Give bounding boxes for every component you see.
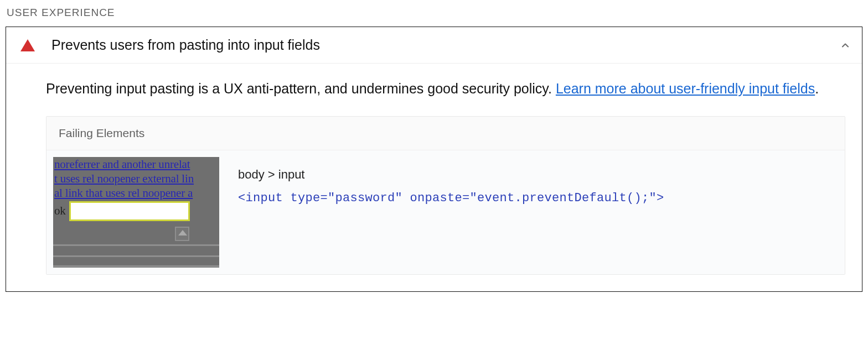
- table-row: noreferrer and another unrelat t uses re…: [46, 150, 845, 274]
- failing-elements-table: Failing Elements noreferrer and another …: [46, 116, 845, 275]
- broken-image-icon: [175, 227, 189, 241]
- description-suffix: .: [815, 81, 819, 96]
- learn-more-link[interactable]: Learn more about user-friendly input fie…: [556, 81, 815, 96]
- audit-card: Prevents users from pasting into input f…: [6, 27, 862, 292]
- thumb-grid: [53, 223, 219, 268]
- audit-header[interactable]: Prevents users from pasting into input f…: [6, 27, 862, 64]
- element-details: body > input <input type="password" onpa…: [238, 157, 664, 210]
- chevron-up-icon: [840, 40, 851, 51]
- audit-title: Prevents users from pasting into input f…: [51, 37, 840, 53]
- node-path: body > input: [238, 164, 664, 186]
- thumb-link-text: al link that uses rel noopener a: [53, 186, 219, 200]
- thumb-link-text: t uses rel noopener external lin: [53, 171, 219, 186]
- description-text: Preventing input pasting is a UX anti-pa…: [46, 81, 556, 96]
- thumb-link-text: noreferrer and another unrelat: [53, 157, 219, 171]
- table-header: Failing Elements: [46, 117, 845, 150]
- audit-body: Preventing input pasting is a UX anti-pa…: [6, 64, 862, 291]
- category-label: USER EXPERIENCE: [7, 7, 862, 19]
- thumb-ok-label: ok: [53, 203, 66, 218]
- node-snippet: <input type="password" onpaste="event.pr…: [238, 187, 664, 210]
- fail-triangle-icon: [20, 39, 35, 51]
- element-thumbnail: noreferrer and another unrelat t uses re…: [53, 157, 219, 268]
- thumb-highlighted-input: [69, 201, 190, 221]
- audit-description: Preventing input pasting is a UX anti-pa…: [46, 78, 845, 100]
